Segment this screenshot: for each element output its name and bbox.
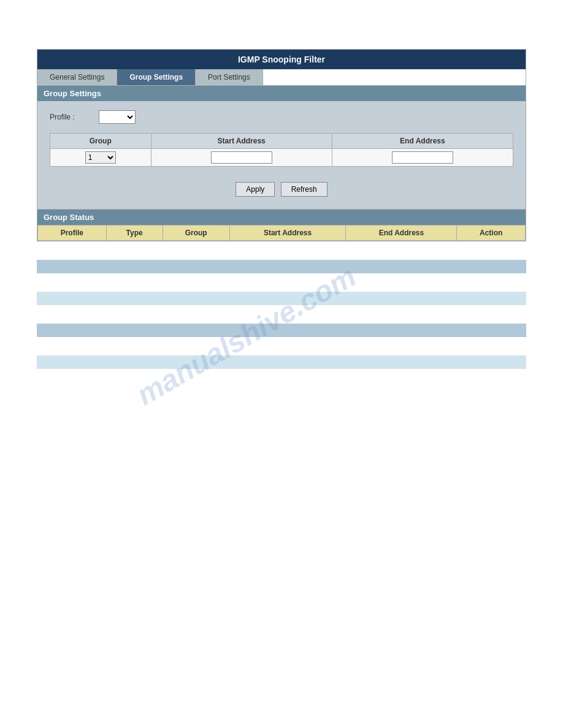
decorative-bar-3 xyxy=(37,324,526,337)
group-number-select[interactable]: 1 2 3 4 xyxy=(85,151,116,164)
decorative-bar-2 xyxy=(37,292,526,305)
profile-select[interactable]: 1 2 3 4 xyxy=(99,110,136,124)
refresh-button[interactable]: Refresh xyxy=(281,182,327,197)
profile-row: Profile : 1 2 3 4 xyxy=(50,110,513,124)
col-header-end-address: End Address xyxy=(332,134,513,149)
tab-general-settings[interactable]: General Settings xyxy=(37,69,117,85)
status-col-end-address: End Address xyxy=(346,226,457,241)
title-bar: IGMP Snooping Filter xyxy=(37,50,526,69)
table-row: 1 2 3 4 xyxy=(50,149,513,167)
tabs-row: General Settings Group Settings Port Set… xyxy=(37,69,526,86)
main-panel: IGMP Snooping Filter General Settings Gr… xyxy=(37,49,526,241)
apply-button[interactable]: Apply xyxy=(236,182,275,197)
status-col-start-address: Start Address xyxy=(229,226,346,241)
status-col-profile: Profile xyxy=(38,226,107,241)
status-col-type: Type xyxy=(106,226,163,241)
status-col-group: Group xyxy=(163,226,229,241)
profile-label: Profile : xyxy=(50,113,99,121)
group-status-header: Group Status xyxy=(37,210,526,225)
end-address-input[interactable] xyxy=(392,151,453,164)
decorative-bars xyxy=(37,260,526,369)
group-cell: 1 2 3 4 xyxy=(50,149,151,167)
tab-port-settings[interactable]: Port Settings xyxy=(196,69,263,85)
col-header-start-address: Start Address xyxy=(151,134,332,149)
tab-group-settings[interactable]: Group Settings xyxy=(117,69,196,85)
status-col-action: Action xyxy=(457,226,526,241)
start-address-cell xyxy=(151,149,332,167)
start-address-input[interactable] xyxy=(211,151,272,164)
status-section: Group Status Profile Type Group xyxy=(37,209,526,241)
group-settings-header: Group Settings xyxy=(37,86,526,101)
page-title: IGMP Snooping Filter xyxy=(238,55,325,64)
decorative-bar-1 xyxy=(37,260,526,273)
decorative-bar-4 xyxy=(37,355,526,369)
group-table: Group Start Address End Address xyxy=(50,133,513,167)
end-address-cell xyxy=(332,149,513,167)
buttons-row: Apply Refresh xyxy=(50,176,513,200)
col-header-group: Group xyxy=(50,134,151,149)
group-settings-body: Profile : 1 2 3 4 Group xyxy=(37,101,526,209)
status-table: Profile Type Group Start Address End Add xyxy=(37,225,526,241)
